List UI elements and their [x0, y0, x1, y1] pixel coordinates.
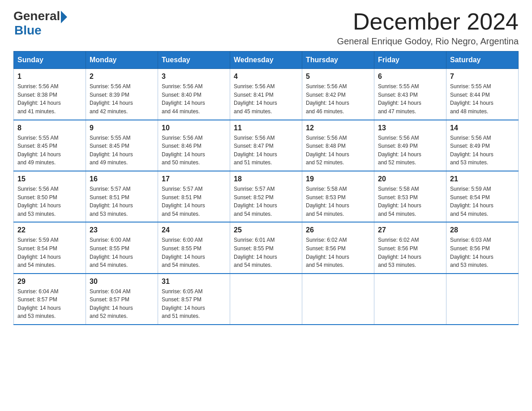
day-info: Sunrise: 6:03 AM Sunset: 8:56 PM Dayligh…	[450, 236, 515, 269]
day-number: 22	[17, 226, 82, 234]
title-block: December 2024 General Enrique Godoy, Rio…	[337, 9, 519, 47]
table-row: 30 Sunrise: 6:04 AM Sunset: 8:57 PM Dayl…	[86, 274, 158, 325]
table-row: 10 Sunrise: 5:56 AM Sunset: 8:46 PM Dayl…	[158, 120, 230, 171]
table-row: 19 Sunrise: 5:58 AM Sunset: 8:53 PM Dayl…	[302, 171, 374, 222]
day-info: Sunrise: 5:56 AM Sunset: 8:38 PM Dayligh…	[17, 82, 82, 116]
day-number: 21	[450, 175, 515, 183]
day-info: Sunrise: 5:56 AM Sunset: 8:46 PM Dayligh…	[162, 134, 226, 167]
day-info: Sunrise: 5:56 AM Sunset: 8:48 PM Dayligh…	[306, 134, 370, 167]
col-sunday: Sunday	[14, 51, 86, 69]
day-info: Sunrise: 5:56 AM Sunset: 8:41 PM Dayligh…	[234, 82, 298, 116]
day-number: 9	[90, 124, 154, 132]
day-number: 18	[234, 175, 298, 183]
day-number: 5	[306, 73, 370, 81]
day-info: Sunrise: 5:55 AM Sunset: 8:43 PM Dayligh…	[378, 82, 442, 116]
day-info: Sunrise: 6:00 AM Sunset: 8:55 PM Dayligh…	[162, 236, 226, 269]
table-row: 1 Sunrise: 5:56 AM Sunset: 8:38 PM Dayli…	[14, 69, 86, 120]
table-row: 8 Sunrise: 5:55 AM Sunset: 8:45 PM Dayli…	[14, 120, 86, 171]
day-number: 6	[378, 73, 442, 81]
day-number: 1	[17, 73, 82, 81]
day-number: 29	[17, 278, 82, 286]
day-number: 3	[162, 73, 226, 81]
day-info: Sunrise: 5:55 AM Sunset: 8:44 PM Dayligh…	[450, 82, 515, 116]
calendar-week-row: 22 Sunrise: 5:59 AM Sunset: 8:54 PM Dayl…	[14, 222, 519, 273]
day-info: Sunrise: 5:57 AM Sunset: 8:52 PM Dayligh…	[234, 185, 298, 218]
day-info: Sunrise: 5:56 AM Sunset: 8:39 PM Dayligh…	[90, 82, 154, 116]
table-row: 6 Sunrise: 5:55 AM Sunset: 8:43 PM Dayli…	[374, 69, 446, 120]
calendar-week-row: 8 Sunrise: 5:55 AM Sunset: 8:45 PM Dayli…	[14, 120, 519, 171]
col-saturday: Saturday	[446, 51, 519, 69]
day-info: Sunrise: 5:58 AM Sunset: 8:53 PM Dayligh…	[378, 185, 442, 218]
day-number: 14	[450, 124, 515, 132]
calendar-week-row: 1 Sunrise: 5:56 AM Sunset: 8:38 PM Dayli…	[14, 69, 519, 120]
calendar-header-row: Sunday Monday Tuesday Wednesday Thursday…	[14, 51, 519, 69]
day-info: Sunrise: 6:02 AM Sunset: 8:56 PM Dayligh…	[306, 236, 370, 269]
table-row	[230, 274, 302, 325]
day-info: Sunrise: 5:56 AM Sunset: 8:40 PM Dayligh…	[162, 82, 226, 116]
day-number: 8	[17, 124, 82, 132]
day-info: Sunrise: 6:04 AM Sunset: 8:57 PM Dayligh…	[17, 287, 82, 321]
table-row: 2 Sunrise: 5:56 AM Sunset: 8:39 PM Dayli…	[86, 69, 158, 120]
col-tuesday: Tuesday	[158, 51, 230, 69]
day-info: Sunrise: 5:56 AM Sunset: 8:47 PM Dayligh…	[234, 134, 298, 167]
logo-blue-text: Blue	[14, 23, 42, 38]
table-row: 16 Sunrise: 5:57 AM Sunset: 8:51 PM Dayl…	[86, 171, 158, 222]
day-number: 28	[450, 226, 515, 234]
table-row: 3 Sunrise: 5:56 AM Sunset: 8:40 PM Dayli…	[158, 69, 230, 120]
col-friday: Friday	[374, 51, 446, 69]
day-number: 30	[90, 278, 154, 286]
table-row: 5 Sunrise: 5:56 AM Sunset: 8:42 PM Dayli…	[302, 69, 374, 120]
day-info: Sunrise: 5:59 AM Sunset: 8:54 PM Dayligh…	[450, 185, 515, 218]
page-header: General Blue December 2024 General Enriq…	[13, 9, 519, 47]
table-row: 24 Sunrise: 6:00 AM Sunset: 8:55 PM Dayl…	[158, 222, 230, 273]
day-info: Sunrise: 5:55 AM Sunset: 8:45 PM Dayligh…	[90, 134, 154, 167]
table-row: 14 Sunrise: 5:56 AM Sunset: 8:49 PM Dayl…	[446, 120, 519, 171]
day-number: 17	[162, 175, 226, 183]
table-row: 29 Sunrise: 6:04 AM Sunset: 8:57 PM Dayl…	[14, 274, 86, 325]
day-number: 2	[90, 73, 154, 81]
table-row: 15 Sunrise: 5:56 AM Sunset: 8:50 PM Dayl…	[14, 171, 86, 222]
day-info: Sunrise: 5:56 AM Sunset: 8:49 PM Dayligh…	[378, 134, 442, 167]
calendar-table: Sunday Monday Tuesday Wednesday Thursday…	[13, 51, 519, 325]
location-subtitle: General Enrique Godoy, Rio Negro, Argent…	[337, 36, 519, 47]
day-number: 31	[162, 278, 226, 286]
day-number: 10	[162, 124, 226, 132]
day-number: 27	[378, 226, 442, 234]
day-info: Sunrise: 5:56 AM Sunset: 8:49 PM Dayligh…	[450, 134, 515, 167]
day-number: 25	[234, 226, 298, 234]
day-number: 15	[17, 175, 82, 183]
col-monday: Monday	[86, 51, 158, 69]
table-row: 7 Sunrise: 5:55 AM Sunset: 8:44 PM Dayli…	[446, 69, 519, 120]
day-info: Sunrise: 6:02 AM Sunset: 8:56 PM Dayligh…	[378, 236, 442, 269]
table-row: 9 Sunrise: 5:55 AM Sunset: 8:45 PM Dayli…	[86, 120, 158, 171]
table-row: 4 Sunrise: 5:56 AM Sunset: 8:41 PM Dayli…	[230, 69, 302, 120]
day-number: 4	[234, 73, 298, 81]
day-number: 26	[306, 226, 370, 234]
table-row: 17 Sunrise: 5:57 AM Sunset: 8:51 PM Dayl…	[158, 171, 230, 222]
day-info: Sunrise: 5:55 AM Sunset: 8:45 PM Dayligh…	[17, 134, 82, 167]
logo-arrow-icon	[61, 11, 67, 23]
day-info: Sunrise: 5:57 AM Sunset: 8:51 PM Dayligh…	[90, 185, 154, 218]
day-info: Sunrise: 5:57 AM Sunset: 8:51 PM Dayligh…	[162, 185, 226, 218]
day-info: Sunrise: 5:58 AM Sunset: 8:53 PM Dayligh…	[306, 185, 370, 218]
table-row	[374, 274, 446, 325]
table-row: 28 Sunrise: 6:03 AM Sunset: 8:56 PM Dayl…	[446, 222, 519, 273]
day-info: Sunrise: 5:56 AM Sunset: 8:42 PM Dayligh…	[306, 82, 370, 116]
table-row: 20 Sunrise: 5:58 AM Sunset: 8:53 PM Dayl…	[374, 171, 446, 222]
table-row: 22 Sunrise: 5:59 AM Sunset: 8:54 PM Dayl…	[14, 222, 86, 273]
table-row: 27 Sunrise: 6:02 AM Sunset: 8:56 PM Dayl…	[374, 222, 446, 273]
table-row	[302, 274, 374, 325]
day-number: 12	[306, 124, 370, 132]
col-thursday: Thursday	[302, 51, 374, 69]
day-info: Sunrise: 6:05 AM Sunset: 8:57 PM Dayligh…	[162, 287, 226, 321]
day-info: Sunrise: 5:56 AM Sunset: 8:50 PM Dayligh…	[17, 185, 82, 218]
day-info: Sunrise: 6:00 AM Sunset: 8:55 PM Dayligh…	[90, 236, 154, 269]
day-info: Sunrise: 6:01 AM Sunset: 8:55 PM Dayligh…	[234, 236, 298, 269]
table-row: 13 Sunrise: 5:56 AM Sunset: 8:49 PM Dayl…	[374, 120, 446, 171]
day-number: 11	[234, 124, 298, 132]
table-row: 12 Sunrise: 5:56 AM Sunset: 8:48 PM Dayl…	[302, 120, 374, 171]
month-title: December 2024	[337, 9, 519, 34]
col-wednesday: Wednesday	[230, 51, 302, 69]
day-info: Sunrise: 6:04 AM Sunset: 8:57 PM Dayligh…	[90, 287, 154, 321]
day-number: 20	[378, 175, 442, 183]
